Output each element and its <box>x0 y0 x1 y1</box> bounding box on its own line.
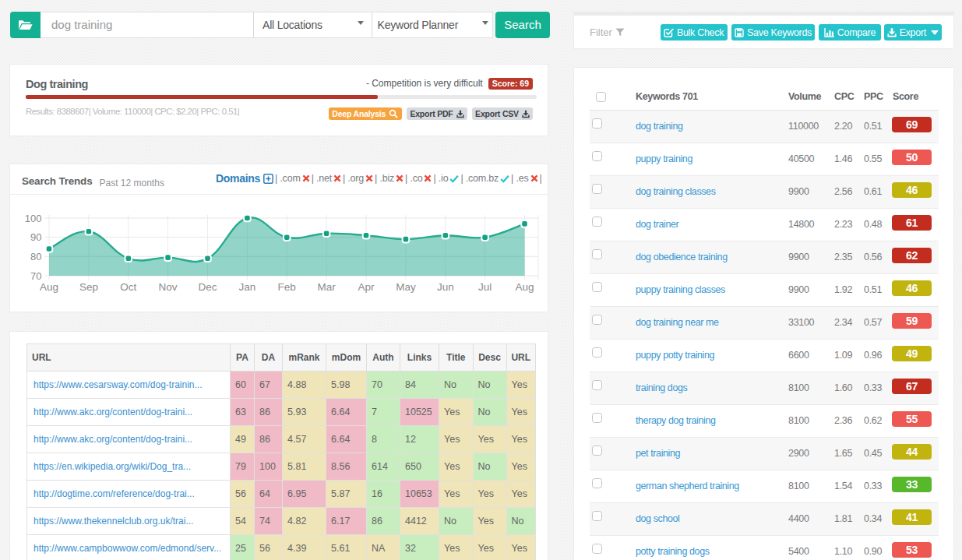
svg-text:Nov: Nov <box>159 281 178 293</box>
svg-text:Jun: Jun <box>437 281 454 293</box>
svg-text:Oct: Oct <box>120 281 136 293</box>
svg-text:Aug: Aug <box>40 281 58 293</box>
svg-text:90: 90 <box>30 231 41 243</box>
svg-text:Jul: Jul <box>478 281 492 293</box>
svg-text:Dec: Dec <box>198 281 217 293</box>
svg-text:Feb: Feb <box>278 281 296 293</box>
svg-text:80: 80 <box>30 251 41 262</box>
svg-text:Mar: Mar <box>317 281 336 293</box>
svg-text:Jan: Jan <box>239 281 256 293</box>
svg-text:Aug: Aug <box>515 281 534 293</box>
svg-text:100: 100 <box>25 213 42 224</box>
svg-text:Apr: Apr <box>358 281 375 293</box>
svg-text:70: 70 <box>30 270 41 282</box>
svg-text:Sep: Sep <box>79 281 98 293</box>
svg-text:May: May <box>396 281 416 293</box>
